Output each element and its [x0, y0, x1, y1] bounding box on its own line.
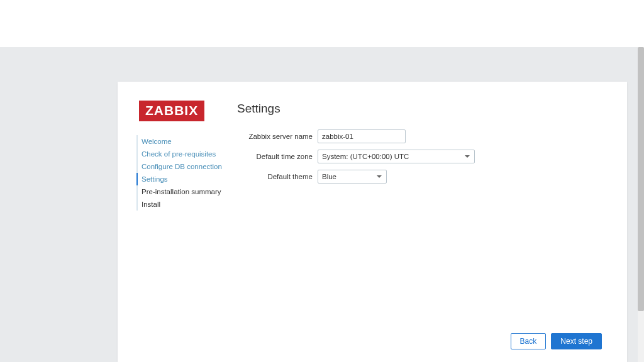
setup-steps-sidebar: Welcome Check of pre-requisites Configur…: [136, 135, 231, 211]
page-title: Settings: [237, 102, 602, 116]
row-timezone: Default time zone System: (UTC+00:00) UT…: [237, 150, 602, 163]
select-theme[interactable]: Blue: [318, 170, 387, 184]
page-background: ZABBIX Welcome Check of pre-requisites C…: [0, 47, 638, 362]
footer-buttons: Back Next step: [511, 333, 602, 349]
back-button[interactable]: Back: [511, 333, 547, 349]
input-server-name[interactable]: [318, 129, 406, 143]
setup-card: ZABBIX Welcome Check of pre-requisites C…: [118, 82, 627, 362]
step-settings[interactable]: Settings: [136, 173, 231, 185]
main-panel: Settings Zabbix server name Default time…: [237, 102, 602, 190]
row-server-name: Zabbix server name: [237, 129, 602, 143]
select-timezone[interactable]: System: (UTC+00:00) UTC: [318, 150, 475, 163]
step-preinstall-summary[interactable]: Pre-installation summary: [136, 185, 231, 198]
zabbix-logo: ZABBIX: [139, 101, 204, 121]
label-timezone: Default time zone: [237, 153, 313, 160]
label-theme: Default theme: [237, 173, 313, 180]
label-server-name: Zabbix server name: [237, 133, 313, 140]
step-install[interactable]: Install: [136, 198, 231, 211]
vertical-scrollbar[interactable]: [638, 47, 644, 362]
step-db-connection[interactable]: Configure DB connection: [136, 160, 231, 173]
next-step-button[interactable]: Next step: [551, 333, 602, 349]
row-theme: Default theme Blue: [237, 170, 602, 184]
step-prerequisites[interactable]: Check of pre-requisites: [136, 148, 231, 160]
step-welcome[interactable]: Welcome: [136, 135, 231, 148]
scrollbar-thumb[interactable]: [638, 47, 644, 311]
